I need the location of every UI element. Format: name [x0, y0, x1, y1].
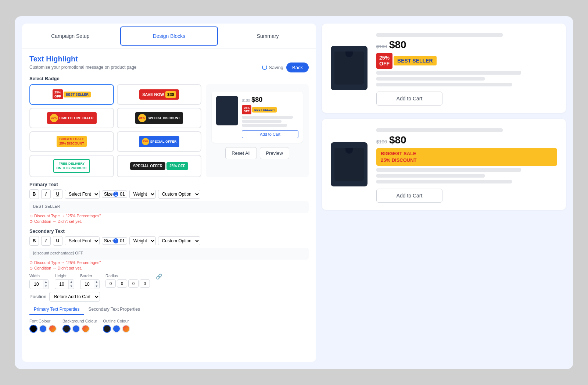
- add-to-cart-btn-2[interactable]: Add to Cart: [376, 189, 442, 203]
- font-color-swatches: [29, 325, 57, 333]
- badge-biggest-sale[interactable]: BIGGEST SALE25% DISCOUNT: [29, 131, 114, 152]
- width-step-up[interactable]: ▲: [43, 280, 49, 284]
- secondary-underline-btn[interactable]: U: [53, 236, 62, 246]
- font-color-black[interactable]: [29, 325, 37, 333]
- font-color-gradient[interactable]: [49, 325, 57, 333]
- primary-size-input: Size 1 01: [102, 190, 127, 198]
- radius-inputs: [105, 279, 150, 288]
- outline-color-group: Outline Colour: [103, 319, 130, 333]
- badge-special-offer-combo[interactable]: SPECIAL OFFER 25% OFF: [117, 155, 201, 177]
- secondary-italic-btn[interactable]: I: [41, 236, 51, 246]
- product-card-2: $100 $80 BIGGEST SALE25% DISCOUNT Add to…: [322, 119, 566, 210]
- product-card-1: $100 $80 25%OFF BEST SELLER Add to Cart: [322, 24, 566, 113]
- primary-bold-btn[interactable]: B: [29, 189, 39, 199]
- product-skel-1c: [376, 77, 485, 81]
- primary-italic-btn[interactable]: I: [41, 189, 51, 199]
- product-skel-2c: [376, 174, 485, 178]
- badge-special-offer-blue[interactable]: 25% SPECIAL OFFER: [117, 131, 201, 152]
- height-input[interactable]: [55, 280, 68, 288]
- primary-warning-2: ⊙ Condition → Didn't set yet.: [29, 219, 309, 224]
- font-color-blue[interactable]: [39, 325, 47, 333]
- height-input-wrap: ▲ ▼: [55, 279, 74, 289]
- prop-tab-secondary[interactable]: Secondary Text Properties: [84, 304, 144, 315]
- secondary-text-controls: B I U Select Font Size 1 01 Weight Custo…: [29, 236, 309, 246]
- border-step-down[interactable]: ▼: [94, 284, 99, 289]
- outline-color-blue[interactable]: [112, 325, 121, 333]
- bg-color-gradient[interactable]: [82, 325, 90, 333]
- primary-custom-option-select[interactable]: Custom Option: [158, 190, 200, 199]
- product-skel-2d: [376, 180, 512, 183]
- bg-color-dark[interactable]: [62, 325, 71, 333]
- badge-section-label: Select Badge: [29, 76, 309, 81]
- position-select[interactable]: Before Add to Cart: [49, 292, 100, 302]
- product-badge-2: BIGGEST SALE25% DISCOUNT: [376, 148, 557, 166]
- badge-limited-time[interactable]: 32% LIMITED TIME OFFER: [29, 108, 114, 128]
- reset-all-button[interactable]: Reset All: [225, 147, 257, 159]
- saving-indicator: Saving: [262, 65, 283, 70]
- product-skel-1a: [376, 33, 503, 37]
- bg-color-label: Background Colour: [62, 319, 97, 323]
- product-shirt-1: [331, 46, 368, 90]
- border-input[interactable]: [80, 280, 94, 288]
- badge-best-seller[interactable]: 25%OFF BEST SELLER: [29, 84, 114, 105]
- bg-color-group: Background Colour: [62, 319, 97, 333]
- outline-color-dark[interactable]: [103, 325, 111, 333]
- secondary-font-select[interactable]: Select Font: [65, 236, 100, 245]
- polo-shirt-image-2: [334, 148, 364, 181]
- height-step-down[interactable]: ▼: [69, 284, 74, 289]
- tab-design-blocks[interactable]: Design Blocks: [120, 26, 218, 46]
- height-step-up[interactable]: ▲: [69, 280, 74, 284]
- secondary-text-preview: [discount perchantage] OFF: [29, 248, 309, 260]
- prop-tab-primary[interactable]: Primary Text Properties: [29, 304, 84, 315]
- secondary-custom-option-select[interactable]: Custom Option: [158, 236, 200, 245]
- radius-tl[interactable]: [105, 279, 116, 288]
- primary-font-select[interactable]: Select Font: [65, 190, 100, 199]
- tab-bar: Campaign Setup Design Blocks Summary: [22, 24, 316, 49]
- properties-tabs: Primary Text Properties Secondary Text P…: [29, 304, 309, 315]
- border-label: Border: [80, 274, 100, 278]
- position-label: Position: [29, 294, 46, 299]
- primary-warning-1: ⊙ Discount Type → "25% Percentages": [29, 214, 309, 218]
- secondary-warning-2: ⊙ Condition → Didn't set yet.: [29, 266, 309, 271]
- preview-orig-price: $100: [242, 99, 250, 103]
- skeleton-line-1: [242, 116, 293, 119]
- link-dimensions-icon[interactable]: 🔗: [156, 274, 162, 279]
- product-info-2: $100 $80 BIGGEST SALE25% DISCOUNT Add to…: [376, 126, 557, 203]
- width-step-down[interactable]: ▼: [43, 284, 49, 289]
- preview-button[interactable]: Preview: [260, 147, 289, 159]
- badge-free-delivery[interactable]: FREE DELIVERYON THIS PRODUCT: [29, 155, 114, 177]
- primary-text-preview: BEST SELLER: [29, 201, 309, 213]
- badge-save-now[interactable]: SAVE NOW $30: [117, 84, 201, 105]
- back-button[interactable]: Back: [286, 63, 309, 72]
- preview-add-to-cart[interactable]: Add to Cart: [242, 130, 298, 138]
- font-color-label: Font Colour: [29, 319, 57, 323]
- outline-color-gradient[interactable]: [122, 325, 130, 333]
- radius-br[interactable]: [140, 279, 150, 288]
- skeleton-line-2: [242, 120, 282, 123]
- page-title: Text Highlight: [29, 55, 309, 63]
- secondary-bold-btn[interactable]: B: [29, 236, 39, 246]
- font-color-group: Font Colour: [29, 319, 57, 333]
- badge-special-discount[interactable]: 25% SPECIAL DISCOUNT: [117, 108, 201, 128]
- tab-summary[interactable]: Summary: [219, 24, 316, 49]
- radius-bl[interactable]: [128, 279, 139, 288]
- add-to-cart-btn-1[interactable]: Add to Cart: [376, 92, 442, 106]
- radius-tr[interactable]: [117, 279, 127, 288]
- product-sale-price-2: $80: [389, 134, 406, 146]
- primary-underline-btn[interactable]: U: [53, 189, 62, 199]
- bg-color-blue[interactable]: [72, 325, 80, 333]
- preview-sale-price: $80: [251, 96, 262, 104]
- width-input[interactable]: [30, 280, 43, 288]
- dimensions-row: Width ▲ ▼ Height ▲: [29, 274, 309, 289]
- preview-shirt-image: [216, 96, 238, 125]
- width-group: Width ▲ ▼: [29, 274, 49, 289]
- skeleton-line-3: [242, 124, 287, 127]
- saving-spinner-icon: [262, 65, 267, 70]
- preview-badge: 25%OFF BEST SELLER: [242, 105, 298, 114]
- tab-campaign-setup[interactable]: Campaign Setup: [22, 24, 119, 49]
- product-skel-1d: [376, 83, 512, 86]
- secondary-weight-select[interactable]: Weight: [129, 236, 156, 245]
- border-step-up[interactable]: ▲: [94, 280, 99, 284]
- primary-weight-select[interactable]: Weight: [129, 190, 156, 199]
- outline-color-label: Outline Colour: [103, 319, 130, 323]
